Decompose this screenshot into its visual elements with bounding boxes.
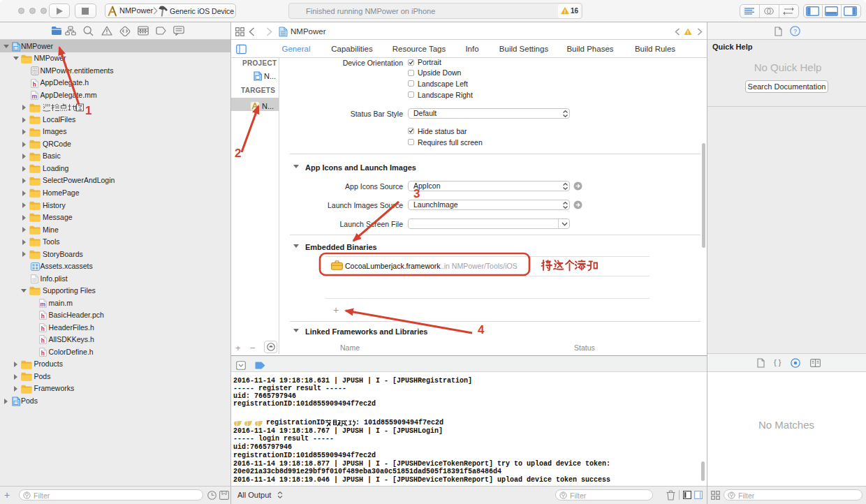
svg-text:1: 1 bbox=[85, 104, 91, 117]
svg-text:4: 4 bbox=[478, 323, 485, 336]
svg-text:2: 2 bbox=[235, 147, 241, 160]
svg-text:3: 3 bbox=[413, 187, 420, 200]
